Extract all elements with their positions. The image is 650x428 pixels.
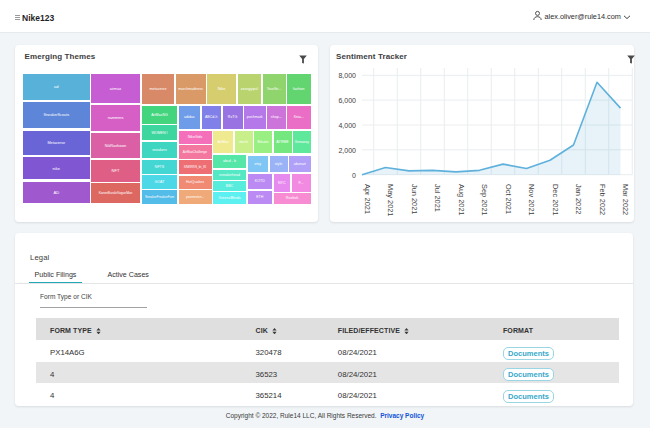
svg-text:Sep 2021: Sep 2021 xyxy=(480,184,489,216)
svg-text:4,000: 4,000 xyxy=(338,122,356,129)
svg-text:Nov 2021: Nov 2021 xyxy=(527,184,536,216)
svg-text:0: 0 xyxy=(352,172,356,179)
svg-text:Mar 2022: Mar 2022 xyxy=(621,184,630,215)
svg-text:Jul 2021: Jul 2021 xyxy=(433,184,442,212)
svg-text:8,000: 8,000 xyxy=(338,72,356,79)
svg-text:May 2021: May 2021 xyxy=(386,184,395,216)
svg-text:Oct 2021: Oct 2021 xyxy=(504,184,513,214)
svg-text:Apr 2021: Apr 2021 xyxy=(363,184,372,214)
svg-text:Aug 2021: Aug 2021 xyxy=(457,184,466,216)
svg-text:6,000: 6,000 xyxy=(338,97,356,104)
svg-text:Jun 2021: Jun 2021 xyxy=(410,184,419,214)
svg-text:2,000: 2,000 xyxy=(338,147,356,154)
svg-text:Feb 2022: Feb 2022 xyxy=(598,184,607,215)
svg-text:Dec 2021: Dec 2021 xyxy=(551,184,560,216)
svg-text:Jan 2022: Jan 2022 xyxy=(574,184,583,214)
